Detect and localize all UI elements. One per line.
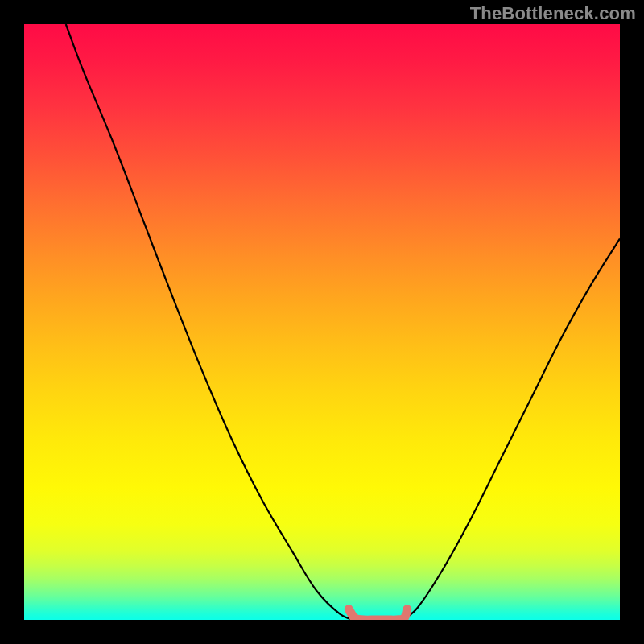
bottleneck-curve [66, 24, 620, 620]
watermark-text: TheBottleneck.com [470, 3, 636, 24]
chart-frame: TheBottleneck.com [0, 0, 644, 644]
curve-layer [24, 24, 620, 620]
left-curve [66, 24, 355, 620]
bottom-marker [349, 609, 407, 620]
right-curve [402, 238, 620, 620]
plot-area [24, 24, 620, 620]
